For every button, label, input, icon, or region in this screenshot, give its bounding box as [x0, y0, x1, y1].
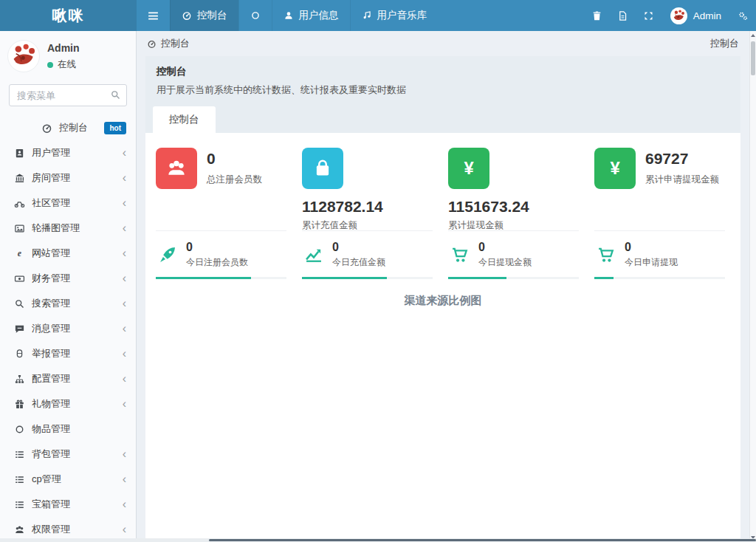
sidebar-item-finance-management[interactable]: 财务管理	[0, 266, 136, 291]
user-icon	[284, 10, 294, 21]
sidebar-item-label: 消息管理	[32, 322, 70, 335]
today-label: 今日申请提现	[625, 256, 678, 269]
page-description: 用于展示当前系统中的统计数据、统计报表及重要实时数据	[157, 83, 729, 97]
settings-button[interactable]	[730, 0, 756, 31]
sidebar-item-label: 配置管理	[32, 372, 70, 385]
navbar-right-group: Admin	[584, 0, 756, 31]
avatar-ornament-icon	[672, 9, 686, 23]
sidebar-item-label: 物品管理	[32, 422, 70, 436]
sidebar-item-carousel-management[interactable]: 轮播图管理	[0, 216, 136, 241]
sidebar: Admin 在线 控制台 hot 用户	[0, 31, 137, 542]
sidebar-item-label: 控制台	[59, 121, 88, 134]
sidebar-item-gift-management[interactable]: 礼物管理	[0, 391, 136, 416]
sidebar-item-user-management[interactable]: 用户管理	[0, 140, 136, 165]
stat-value: 69727	[645, 150, 719, 167]
dashboard-icon	[147, 39, 157, 49]
today-label: 今日提现金额	[478, 256, 532, 269]
sidebar-user-panel: Admin 在线	[0, 31, 136, 78]
sidebar-toggle-button[interactable]	[137, 0, 170, 31]
vertical-scrollbar[interactable]	[749, 31, 756, 542]
nav-tab-music-library[interactable]: 用户音乐库	[350, 0, 439, 31]
users-icon	[14, 524, 25, 535]
nav-tab-user-info[interactable]: 用户信息	[272, 0, 350, 31]
sidebar-item-community-management[interactable]: 社区管理	[0, 191, 136, 216]
today-stat-recharge: 0 今日充值金额	[302, 231, 438, 277]
sidebar-item-label: 网站管理	[32, 247, 70, 260]
chevron-left-icon	[123, 222, 126, 234]
sidebar-item-treasure-management[interactable]: 宝箱管理	[0, 492, 136, 517]
sidebar-item-item-management[interactable]: 物品管理	[0, 416, 136, 442]
circle-outline-icon	[14, 424, 25, 435]
search-menu-input[interactable]	[9, 84, 127, 106]
today-stat-withdraw-apply: 0 今日申请提现	[594, 231, 730, 277]
breadcrumb-right-label: 控制台	[710, 37, 739, 50]
fullscreen-icon	[643, 10, 654, 21]
sidebar-item-label: 房间管理	[32, 171, 70, 185]
horizontal-scroll-thumb[interactable]	[209, 539, 756, 541]
main-row: Admin 在线 控制台 hot 用户	[0, 31, 756, 542]
content-header-panel: 控制台 用于展示当前系统中的统计数据、统计报表及重要实时数据 控制台	[145, 56, 740, 133]
tab-dashboard[interactable]: 控制台	[153, 106, 216, 133]
trash-button[interactable]	[584, 0, 610, 31]
dashboard-icon	[41, 123, 52, 134]
sidebar-item-label: 轮播图管理	[32, 222, 80, 235]
sidebar-item-room-management[interactable]: 房间管理	[0, 165, 136, 191]
dashboard-box: 0 总注册会员数 0 今日注册会员数	[145, 133, 740, 542]
scroll-up-arrow[interactable]	[750, 31, 756, 40]
bank-icon	[14, 173, 25, 184]
progress-bar	[448, 277, 579, 279]
nav-tab-dashboard[interactable]: 控制台	[170, 0, 238, 31]
sidebar-item-report-management[interactable]: 举报管理	[0, 341, 136, 366]
address-book-icon	[14, 148, 25, 159]
today-label: 今日注册会员数	[186, 256, 248, 269]
top-navbar: 啾咪 控制台 用户信息 用户音乐库	[0, 0, 756, 31]
horizontal-scrollbar[interactable]	[0, 538, 756, 542]
chevron-left-icon	[123, 498, 126, 510]
sidebar-item-website-management[interactable]: 网站管理	[0, 241, 136, 266]
edge-icon	[14, 248, 25, 259]
motorcycle-icon	[14, 198, 25, 209]
chevron-left-icon	[123, 448, 126, 460]
chevron-left-icon	[123, 172, 126, 184]
sidebar-item-config-management[interactable]: 配置管理	[0, 366, 136, 391]
sidebar-item-message-management[interactable]: 消息管理	[0, 316, 136, 341]
gears-icon	[738, 10, 749, 21]
avatar-ornament-icon	[10, 42, 38, 70]
sidebar-item-cp-management[interactable]: cp管理	[0, 467, 136, 492]
money-icon	[14, 273, 25, 284]
image-icon	[14, 223, 25, 234]
stat-column: 69727 累计申请提现金额 0 今日申请提现	[594, 148, 730, 279]
stat-total-withdraw-apply: 69727 累计申请提现金额	[594, 148, 730, 189]
sidebar-item-label: 背包管理	[32, 447, 70, 461]
dashboard-icon	[182, 10, 192, 21]
shopping-bag-icon	[302, 148, 343, 189]
chevron-left-icon	[123, 272, 126, 284]
sidebar-item-label: 权限管理	[32, 523, 70, 536]
brand-logo[interactable]: 啾咪	[0, 0, 137, 31]
chevron-left-icon	[123, 398, 126, 410]
chevron-left-icon	[123, 147, 126, 159]
sidebar-item-search-management[interactable]: 搜索管理	[0, 291, 136, 316]
today-value: 0	[625, 241, 678, 254]
chart-title: 渠道来源比例图	[145, 294, 740, 308]
list-icon	[14, 474, 25, 485]
stat-value: 0	[207, 150, 262, 167]
stat-total-recharge: 1128782.14 累计充值金额	[302, 148, 438, 232]
clear-cache-button[interactable]	[610, 0, 636, 31]
sidebar-item-backpack-management[interactable]: 背包管理	[0, 442, 136, 467]
avatar	[670, 7, 687, 24]
sidebar-item-dashboard[interactable]: 控制台 hot	[0, 115, 136, 140]
breadcrumb-location[interactable]: 控制台	[147, 37, 190, 50]
nav-tab-circle[interactable]	[238, 0, 272, 31]
music-note-icon	[362, 10, 372, 21]
cart-icon	[450, 244, 470, 265]
sidebar-username: Admin	[47, 42, 80, 54]
navbar-user-menu[interactable]: Admin	[662, 7, 730, 24]
stat-label: 累计申请提现金额	[645, 174, 719, 186]
chevron-left-icon	[123, 524, 126, 535]
fullscreen-button[interactable]	[636, 0, 662, 31]
chevron-left-icon	[123, 473, 126, 485]
list-icon	[14, 449, 25, 460]
vertical-scroll-thumb[interactable]	[751, 41, 755, 75]
gift-icon	[14, 399, 25, 410]
